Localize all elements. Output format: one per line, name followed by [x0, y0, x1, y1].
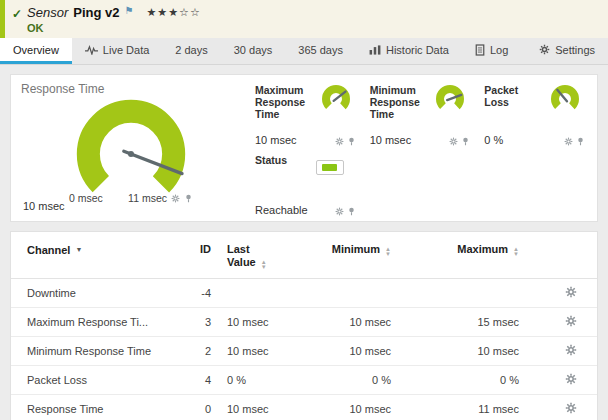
- channel-settings-icon[interactable]: [565, 286, 577, 298]
- table-row-maximum-response-time[interactable]: Maximum Response Ti... 3 10 msec 10 msec…: [11, 308, 597, 337]
- table-row-downtime[interactable]: Downtime -4: [11, 279, 597, 308]
- gauge-tile-maximum-response-time: Maximum Response Time 10 msec: [255, 84, 356, 148]
- gauge-gear-icon[interactable]: [335, 137, 344, 146]
- sensor-status-badge: OK: [27, 22, 201, 34]
- historic-data-icon: [369, 45, 381, 55]
- channel-id: 3: [179, 308, 219, 337]
- gauge-label: Minimum Response Time: [370, 84, 427, 120]
- channel-last-value: 10 msec: [219, 308, 281, 337]
- tab-30-days-label: 30 days: [234, 44, 273, 56]
- status-value: Reachable: [255, 204, 308, 216]
- priority-stars[interactable]: ★★★☆☆: [146, 6, 200, 19]
- channel-id: 4: [179, 366, 219, 395]
- gauge-value: 0 %: [484, 134, 503, 146]
- channel-table: Channel▼ ID Last Value▲▼ Minimum▲▼ Maxim…: [11, 232, 597, 420]
- column-header-minimum[interactable]: Minimum▲▼: [281, 232, 399, 279]
- tab-settings[interactable]: Settings: [526, 38, 608, 64]
- status-tile: Status Reachable: [255, 154, 356, 218]
- gauge-pin-icon[interactable]: [461, 137, 470, 146]
- tab-365-days-label: 365 days: [298, 44, 343, 56]
- sensor-kind-label: Sensor: [27, 5, 68, 20]
- table-row-packet-loss[interactable]: Packet Loss 4 0 % 0 % 0 %: [11, 366, 597, 395]
- tab-2-days-label: 2 days: [175, 44, 207, 56]
- channel-settings-icon[interactable]: [565, 373, 577, 385]
- gauge-scale-max: 11 msec: [128, 192, 167, 204]
- gauge-value: 10 msec: [255, 134, 297, 146]
- gauge-pin-icon[interactable]: [347, 207, 356, 216]
- channel-minimum: [281, 279, 399, 308]
- live-data-icon: [85, 45, 98, 55]
- tab-live-data[interactable]: Live Data: [72, 38, 162, 64]
- tab-log[interactable]: Log: [462, 38, 521, 64]
- sensor-title: Ping v2: [73, 5, 119, 20]
- column-header-last-value[interactable]: Last Value▲▼: [219, 232, 281, 279]
- tab-overview-label: Overview: [13, 44, 59, 56]
- channel-id: 2: [179, 337, 219, 366]
- minimum-response-time-gauge: [430, 84, 470, 114]
- channel-maximum: 10 msec: [399, 337, 527, 366]
- channel-settings-icon[interactable]: [565, 402, 577, 414]
- status-led-green: [322, 164, 337, 171]
- gauge-gear-icon[interactable]: [171, 194, 180, 203]
- tab-bar: Overview Live Data 2 days 30 days 365 da…: [0, 38, 608, 65]
- gauge-scale-min: 0 msec: [69, 192, 103, 204]
- column-header-channel[interactable]: Channel▼: [11, 232, 179, 279]
- channel-name: Minimum Response Time: [11, 337, 179, 366]
- gauge-label: Maximum Response Time: [255, 84, 312, 120]
- main-gauge-value: 10 msec: [23, 200, 65, 212]
- channel-id: -4: [179, 279, 219, 308]
- channel-minimum: 0 %: [281, 366, 399, 395]
- column-header-maximum[interactable]: Maximum▲▼: [399, 232, 527, 279]
- small-gauge-grid: Maximum Response Time 10 msec: [251, 75, 597, 221]
- channel-settings-icon[interactable]: [565, 344, 577, 356]
- gauge-pin-icon[interactable]: [576, 137, 585, 146]
- gauge-tile-minimum-response-time: Minimum Response Time 10 msec: [370, 84, 471, 148]
- tab-historic-data[interactable]: Historic Data: [356, 38, 462, 64]
- tab-log-label: Log: [490, 44, 508, 56]
- tab-2-days[interactable]: 2 days: [162, 38, 220, 64]
- channel-minimum: 10 msec: [281, 337, 399, 366]
- channel-minimum: 10 msec: [281, 308, 399, 337]
- tab-30-days[interactable]: 30 days: [221, 38, 286, 64]
- tab-overview[interactable]: Overview: [0, 38, 72, 64]
- channel-last-value: 10 msec: [219, 395, 281, 420]
- channel-name: Downtime: [11, 279, 179, 308]
- tab-365-days[interactable]: 365 days: [285, 38, 356, 64]
- gauge-label: Packet Loss: [484, 84, 541, 108]
- channel-maximum: 11 msec: [399, 395, 527, 420]
- gauge-tile-packet-loss: Packet Loss 0 %: [484, 84, 585, 148]
- status-label: Status: [255, 154, 287, 166]
- overview-panel: Response Time 0 msec 11 msec 10 msec: [10, 74, 598, 222]
- gauge-gear-icon[interactable]: [335, 207, 344, 216]
- channel-maximum: 0 %: [399, 366, 527, 395]
- column-header-id[interactable]: ID: [179, 232, 219, 279]
- sensor-page: ✓ Sensor Ping v2 ⚑ ★★★☆☆ OK Overview Liv…: [0, 0, 608, 420]
- gauge-pin-icon[interactable]: [184, 194, 193, 203]
- channel-name: Response Time: [11, 395, 179, 420]
- response-time-gauge-tile: Response Time 0 msec 11 msec 10 msec: [11, 75, 251, 221]
- table-row-response-time[interactable]: Response Time 0 10 msec 10 msec 11 msec: [11, 395, 597, 420]
- channel-maximum: [399, 279, 527, 308]
- channel-maximum: 15 msec: [399, 308, 527, 337]
- sort-arrows-icon: ▲▼: [513, 247, 519, 257]
- priority-flag-icon[interactable]: ⚑: [125, 5, 134, 16]
- status-led-indicator: [316, 160, 344, 175]
- channel-settings-icon[interactable]: [565, 315, 577, 327]
- channel-sort-caret-icon: ▼: [75, 246, 82, 253]
- channel-last-value: [219, 279, 281, 308]
- packet-loss-gauge: [545, 84, 585, 114]
- channel-minimum: 10 msec: [281, 395, 399, 420]
- log-icon: [475, 44, 485, 56]
- gauge-gear-icon[interactable]: [449, 137, 458, 146]
- table-row-minimum-response-time[interactable]: Minimum Response Time 2 10 msec 10 msec …: [11, 337, 597, 366]
- tab-live-data-label: Live Data: [103, 44, 149, 56]
- gauge-pin-icon[interactable]: [347, 137, 356, 146]
- gauge-value: 10 msec: [370, 134, 412, 146]
- gauge-gear-icon[interactable]: [564, 137, 573, 146]
- sensor-header-text: Sensor Ping v2 ⚑ ★★★☆☆ OK: [27, 5, 201, 34]
- channel-id: 0: [179, 395, 219, 420]
- maximum-response-time-gauge: [316, 84, 356, 114]
- sensor-header: ✓ Sensor Ping v2 ⚑ ★★★☆☆ OK: [0, 0, 608, 38]
- channel-name: Packet Loss: [11, 366, 179, 395]
- ok-check-icon: ✓: [12, 7, 22, 21]
